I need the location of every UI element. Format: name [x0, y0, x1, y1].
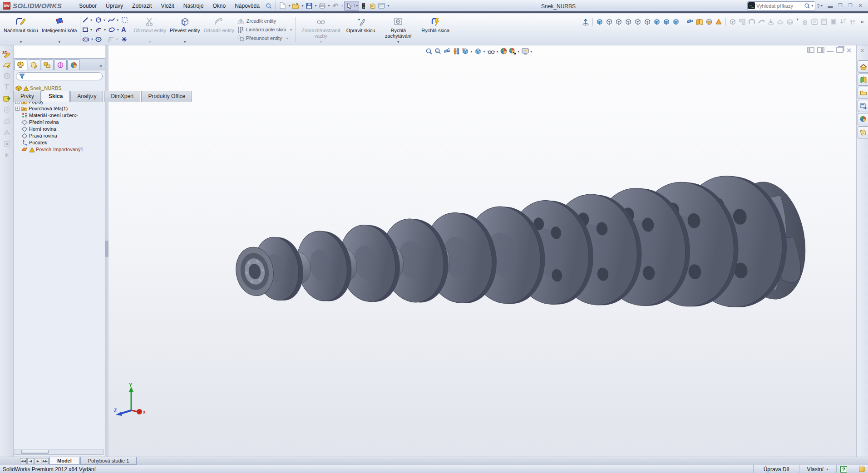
zoom-fit-button[interactable]	[425, 48, 433, 55]
menu-soubor[interactable]: Soubor	[74, 1, 101, 11]
model-tab[interactable]: Model	[49, 457, 79, 465]
feature-dropdown-caret[interactable]: ▼	[795, 18, 799, 21]
spline-tool[interactable]: ▼	[108, 15, 120, 25]
appearances-tab[interactable]	[858, 113, 868, 125]
menu-vlozit[interactable]: Vložit	[156, 1, 178, 11]
command-search[interactable]: >_ ▼	[747, 1, 815, 10]
undo-dropdown-caret[interactable]: ▼	[340, 4, 344, 7]
left-tool-icon-4[interactable]	[3, 106, 11, 114]
select-tool-group[interactable]: ▼	[344, 1, 359, 11]
tab-analyzy[interactable]: Analýzy	[70, 91, 103, 102]
left-tool-icon-2[interactable]	[3, 83, 11, 91]
tree-item-origin[interactable]: Počátek	[15, 139, 104, 146]
search-icon[interactable]	[804, 3, 810, 9]
left-tool-icon-5[interactable]	[3, 117, 11, 125]
hide-show-caret[interactable]: ▼	[496, 50, 499, 53]
save-dropdown-caret[interactable]: ▼	[314, 4, 318, 7]
doc-close-icon[interactable]: ✕	[846, 47, 852, 54]
configuration-manager-tab[interactable]	[41, 59, 54, 70]
tab-dimxpert[interactable]: DimXpert	[104, 91, 140, 102]
undo-button[interactable]: ↶	[331, 1, 340, 10]
options-button[interactable]	[377, 1, 386, 10]
feature-tool-icon-5[interactable]	[767, 18, 775, 26]
selection-box-tool[interactable]	[121, 15, 128, 25]
panel-splitter[interactable]	[105, 45, 108, 457]
display-manager-tab[interactable]	[67, 59, 80, 70]
help-button[interactable]: ?▼	[815, 2, 825, 10]
section-view-button[interactable]	[453, 48, 460, 55]
fm-overflow-chevron[interactable]: »	[98, 63, 104, 70]
fillet-tool[interactable]: ▼	[108, 34, 120, 44]
feature-tool-icon-6[interactable]	[776, 18, 784, 26]
scroll-last-button[interactable]: ▶▶	[42, 458, 49, 464]
new-document-button[interactable]	[278, 1, 287, 10]
configuration-selector[interactable]: Vlastní ▲	[803, 466, 833, 473]
view-settings-caret[interactable]: ▼	[530, 50, 533, 53]
sort-down-icon[interactable]	[839, 18, 847, 26]
dimxpert-manager-tab[interactable]	[54, 59, 67, 70]
move-entities-caret[interactable]: ▼	[286, 37, 289, 40]
menu-nastroje[interactable]: Nástroje	[179, 1, 208, 11]
relations-dropdown-caret[interactable]: ▼	[319, 40, 322, 44]
sketch-dropdown-caret[interactable]: ▼	[19, 40, 22, 44]
display-relations-button[interactable]: Zobrazit/odstranit vazby ▼	[297, 15, 345, 44]
scroll-next-button[interactable]: ▶	[35, 458, 41, 464]
view-wire-cube-icon-1[interactable]	[605, 18, 613, 26]
menu-pin-icon[interactable]	[264, 1, 273, 10]
options-dropdown-caret[interactable]: ▼	[386, 4, 390, 7]
search-results-tab[interactable]	[858, 100, 868, 112]
tag-icon[interactable]	[859, 467, 865, 472]
toolbar-overflow-chevron[interactable]: »	[858, 18, 866, 26]
sketch-button[interactable]: Načrtnout skicu ▼	[2, 15, 40, 44]
3d-sketch-icon[interactable]: 3D	[2, 50, 11, 58]
tab-produkty-office[interactable]: Produkty Office	[141, 91, 192, 102]
menu-napoveda[interactable]: Nápověda	[230, 1, 264, 11]
view-settings-button[interactable]: ▼	[522, 48, 533, 55]
feature-tool-icon-4[interactable]	[757, 18, 765, 26]
custom-properties-tab[interactable]	[858, 126, 868, 138]
text-tool[interactable]: A	[121, 25, 128, 34]
tab-prvky[interactable]: Prvky	[14, 91, 41, 102]
tree-item-material[interactable]: Materiál <není určen>	[15, 112, 104, 119]
point-tool[interactable]	[121, 34, 128, 44]
tree-item-surface-bodies[interactable]: + Povrchová těla(1)	[15, 105, 104, 112]
panel-tool-icon-2[interactable]	[820, 18, 828, 26]
linear-pattern-caret[interactable]: ▼	[290, 28, 293, 31]
new-dropdown-caret[interactable]: ▼	[287, 4, 291, 7]
file-properties-button[interactable]	[368, 1, 377, 10]
featuremanager-tree-tab[interactable]	[15, 59, 27, 70]
resources-home-tab[interactable]	[858, 60, 868, 73]
instant3d-icon[interactable]	[801, 18, 809, 26]
reference-geometry-icon[interactable]	[582, 18, 590, 26]
search-dropdown-caret[interactable]: ▼	[810, 4, 814, 7]
sketch-plane-icon[interactable]	[2, 61, 11, 69]
menu-upravy[interactable]: Úpravy	[101, 1, 128, 11]
previous-view-button[interactable]	[444, 48, 452, 55]
split-left-icon[interactable]	[807, 47, 814, 53]
quick-tips-icon[interactable]: ?	[840, 466, 847, 473]
tab-skica[interactable]: Skica	[42, 91, 69, 102]
surface-book-icon-1[interactable]	[695, 18, 704, 26]
ellipse-tool[interactable]: ▼	[108, 25, 120, 34]
sort-up-icon[interactable]	[848, 18, 857, 26]
feature-tool-icon-3[interactable]	[748, 18, 756, 26]
scroll-prev-button[interactable]: ◀	[27, 458, 34, 464]
left-tool-icon-1[interactable]	[3, 72, 11, 80]
view-wire-cube-icon-2[interactable]	[615, 18, 623, 26]
apply-scene-caret[interactable]: ▼	[517, 50, 520, 53]
tree-item-right-plane[interactable]: Pravá rovina	[15, 133, 104, 139]
view-wire-cube-icon-5[interactable]	[643, 18, 651, 26]
rectangle-tool[interactable]: ▼	[82, 25, 94, 34]
feature-tool-icon-1[interactable]	[729, 18, 737, 26]
zoom-area-button[interactable]	[434, 48, 442, 55]
view-wire-cube-icon-4[interactable]	[634, 18, 642, 26]
smart-dimension-dropdown-caret[interactable]: ▼	[58, 40, 61, 44]
trim-entities-button[interactable]: Oříznout entity ▼	[132, 15, 168, 44]
menu-zobrazit[interactable]: Zobrazit	[128, 1, 156, 11]
graphics-viewport[interactable]: ▼ ▼ ▼ ▼ ▼ ✕ Y Z x	[108, 45, 856, 457]
tree-horizontal-scrollbar[interactable]	[15, 449, 104, 455]
panel-tool-icon-1[interactable]	[810, 18, 819, 26]
circle-tool[interactable]: ▼	[95, 15, 107, 25]
move-entities-button[interactable]: Přesunout entity ▼	[236, 34, 294, 43]
left-tool-icon-8[interactable]: ✻	[3, 151, 11, 159]
